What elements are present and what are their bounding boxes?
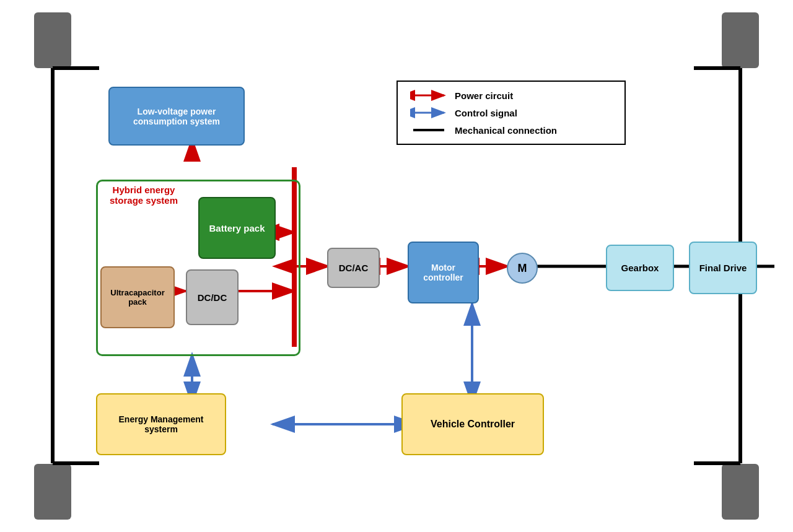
dc-ac-block: DC/AC [327, 248, 380, 288]
energy-management-block: Energy Management systerm [96, 393, 226, 455]
legend-control: Control signal [410, 107, 612, 119]
dc-dc-block: DC/DC [186, 269, 239, 325]
vehicle-controller-block: Vehicle Controller [401, 393, 544, 455]
wheel-top-left [34, 12, 71, 68]
wheel-bottom-right [722, 464, 759, 520]
ultracapacitor-block: Ultracapacitor pack [100, 266, 175, 328]
wheel-bottom-left [34, 464, 71, 520]
legend-mechanical: Mechanical connection [410, 124, 612, 136]
legend-control-label: Control signal [455, 108, 517, 118]
gearbox-block: Gearbox [606, 245, 674, 291]
legend-power: Power circuit [410, 89, 612, 102]
legend-power-label: Power circuit [455, 90, 513, 101]
legend-mechanical-label: Mechanical connection [455, 125, 557, 136]
motor-controller-block: Motor controller [408, 242, 479, 303]
motor-block: M [507, 253, 538, 284]
diagram: Power circuit Control signal Mecha [0, 0, 793, 532]
low-voltage-block: Low-voltage power consumption system [108, 87, 245, 146]
legend-box: Power circuit Control signal Mecha [396, 81, 626, 145]
battery-pack-block: Battery pack [198, 197, 276, 259]
final-drive-block: Final Drive [689, 242, 757, 294]
hybrid-label: Hybrid energy storage system [100, 185, 187, 206]
wheel-top-right [722, 12, 759, 68]
